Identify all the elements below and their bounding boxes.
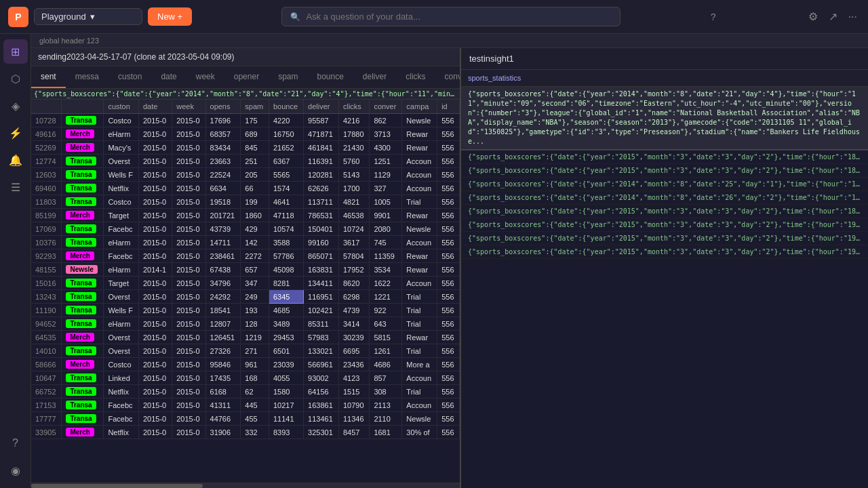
search-input[interactable] <box>306 12 612 22</box>
cell-campa: Trial <box>402 385 437 399</box>
cell-conver: 1129 <box>370 168 402 182</box>
col-badge <box>62 100 104 114</box>
table-row[interactable]: 15016 Transa Target 2015-0 2015-0 34796 … <box>31 277 460 290</box>
bounce-cell: 10574 <box>269 222 303 236</box>
cell-opens: 83434 <box>205 141 241 155</box>
cell-week: 2015-0 <box>172 385 205 399</box>
cell-week: 2015-0 <box>172 304 205 317</box>
more-icon[interactable]: ··· <box>846 7 860 26</box>
table-wrapper[interactable]: custon date week opens spam bounce deliv… <box>31 100 460 483</box>
settings-icon[interactable]: ⚙ <box>806 7 821 26</box>
share-icon[interactable]: ↗ <box>826 7 840 26</box>
tab-messa[interactable]: messa <box>66 66 108 88</box>
table-row[interactable]: 17153 Transa Facebc 2015-0 2015-0 41311 … <box>31 399 460 412</box>
table-row[interactable]: 52269 Merch Macy's 2015-0 2015-0 83434 8… <box>31 141 460 155</box>
cell-opens: 43739 <box>205 222 241 236</box>
playground-label: Playground <box>41 12 86 22</box>
table-row[interactable]: 85199 Merch Target 2015-0 2015-0 201721 … <box>31 209 460 222</box>
right-panel-content[interactable]: {"sports_boxscores":{"date":{"year":"201… <box>461 87 868 488</box>
app-logo[interactable]: P <box>8 7 28 27</box>
table-row[interactable]: 11803 Transa Costco 2015-0 2015-0 19518 … <box>31 195 460 209</box>
search-bar[interactable]: 🔍 <box>281 7 620 26</box>
cell-extra: 556 <box>437 344 460 358</box>
tab-spam[interactable]: spam <box>269 66 307 88</box>
cell-campa: 30% of <box>402 426 437 439</box>
left-pane: sending2023-04-25-17-07 (clone at 2023-0… <box>31 48 461 488</box>
scrollbar-thumb[interactable] <box>31 484 203 488</box>
cell-badge: Transa <box>62 385 104 399</box>
horizontal-scrollbar[interactable] <box>31 483 460 488</box>
table-row[interactable]: 92293 Merch Facebc 2015-0 2015-0 238461 … <box>31 249 460 263</box>
bounce-cell: 57786 <box>269 249 303 263</box>
tab-bounce[interactable]: bounce <box>307 66 353 88</box>
cell-custon: eHarm <box>104 236 139 249</box>
tab-clicks[interactable]: clicks <box>396 66 435 88</box>
cell-conver: 4686 <box>370 358 402 371</box>
sidebar-item-help[interactable]: ? <box>3 431 28 455</box>
cell-spam: 1219 <box>241 331 269 344</box>
table-row[interactable]: 64535 Merch Overst 2015-0 2015-0 126451 … <box>31 331 460 344</box>
cell-deliver: 99160 <box>304 236 339 249</box>
tab-date[interactable]: date <box>151 66 186 88</box>
table-row[interactable]: 11190 Transa Wells F 2015-0 2015-0 18541… <box>31 304 460 317</box>
tab-custon[interactable]: custon <box>108 66 151 88</box>
table-row[interactable]: 17069 Transa Facebc 2015-0 2015-0 43739 … <box>31 222 460 236</box>
table-row[interactable]: 66752 Transa Netflix 2015-0 2015-0 6168 … <box>31 385 460 399</box>
table-row[interactable]: 13243 Transa Overst 2015-0 2015-0 24292 … <box>31 290 460 304</box>
cell-opens: 67438 <box>205 263 241 277</box>
cell-clicks: 4123 <box>338 371 369 385</box>
sidebar-item-insights[interactable]: ⚡ <box>3 121 28 145</box>
table-row[interactable]: 12603 Transa Wells F 2015-0 2015-0 22524… <box>31 168 460 182</box>
cell-conver: 5815 <box>370 331 402 344</box>
new-button[interactable]: New + <box>148 7 192 26</box>
tab-week[interactable]: week <box>186 66 224 88</box>
bounce-cell: 45098 <box>269 263 303 277</box>
table-row[interactable]: 33905 Merch Netflix 2015-0 2015-0 31906 … <box>31 426 460 439</box>
table-row[interactable]: 58666 Merch Costco 2015-0 2015-0 95846 9… <box>31 358 460 371</box>
cell-custon: Macy's <box>104 141 139 155</box>
sidebar-item-user[interactable]: ◉ <box>3 458 28 483</box>
cell-clicks: 11346 <box>338 412 369 426</box>
sidebar-item-logs[interactable]: ☰ <box>3 175 28 199</box>
sidebar: ⊞ ⬡ ◈ ⚡ 🔔 ☰ ? ◉ <box>0 34 31 488</box>
cell-clicks: 10724 <box>338 222 369 236</box>
table-row[interactable]: 12774 Transa Overst 2015-0 2015-0 23663 … <box>31 155 460 168</box>
tab-sent[interactable]: sent <box>31 66 66 88</box>
cell-extra: 556 <box>437 331 460 344</box>
table-row[interactable]: 10728 Transa Costco 2015-0 2015-0 17696 … <box>31 114 460 127</box>
help-icon[interactable]: ? <box>711 12 716 22</box>
table-row[interactable]: 14010 Transa Overst 2015-0 2015-0 27326 … <box>31 344 460 358</box>
cell-opens: 34796 <box>205 277 241 290</box>
cell-custon: Netflix <box>104 385 139 399</box>
table-row[interactable]: 10376 Transa eHarm 2015-0 2015-0 14711 1… <box>31 236 460 249</box>
sidebar-item-alerts[interactable]: 🔔 <box>3 148 28 172</box>
cell-campa: Rewar <box>402 263 437 277</box>
json-row-highlight: {"sports_boxscores":{"date":{"year":"201… <box>461 87 868 150</box>
cell-deliver: 62626 <box>304 182 339 195</box>
table-row[interactable]: 49616 Merch eHarm 2015-0 2015-0 68357 68… <box>31 127 460 141</box>
cell-custon: Overst <box>104 344 139 358</box>
tab-deliver[interactable]: deliver <box>353 66 396 88</box>
sidebar-item-home[interactable]: ⊞ <box>3 39 28 64</box>
cell-opens: 68357 <box>205 127 241 141</box>
sidebar-item-grid[interactable]: ⬡ <box>3 66 28 91</box>
cell-spam: 128 <box>241 317 269 331</box>
bounce-cell: 3489 <box>269 317 303 331</box>
tab-conver[interactable]: conver <box>435 66 461 88</box>
table-row[interactable]: 94652 Transa eHarm 2015-0 2015-0 12807 1… <box>31 317 460 331</box>
cell-date: 2015-0 <box>138 195 172 209</box>
table-row[interactable]: 17777 Transa Facebc 2015-0 2015-0 44766 … <box>31 412 460 426</box>
cell-custon: Facebc <box>104 249 139 263</box>
cell-conver: 4300 <box>370 141 402 155</box>
table-row[interactable]: 69460 Transa Netflix 2015-0 2015-0 6634 … <box>31 182 460 195</box>
tab-opener[interactable]: opener <box>224 66 269 88</box>
cell-week: 2015-0 <box>172 426 205 439</box>
cell-campa: Trial <box>402 344 437 358</box>
table-row[interactable]: 48155 Newsle eHarm 2014-1 2015-0 67438 6… <box>31 263 460 277</box>
cell-date: 2015-0 <box>138 331 172 344</box>
json-row: {"sports_boxscores":{"date":{"year":"201… <box>461 191 868 205</box>
sidebar-item-queries[interactable]: ◈ <box>3 94 28 118</box>
table-row[interactable]: 10647 Transa Linked 2015-0 2015-0 17435 … <box>31 371 460 385</box>
cell-week: 2015-0 <box>172 277 205 290</box>
playground-selector[interactable]: Playground ▾ <box>34 8 142 25</box>
